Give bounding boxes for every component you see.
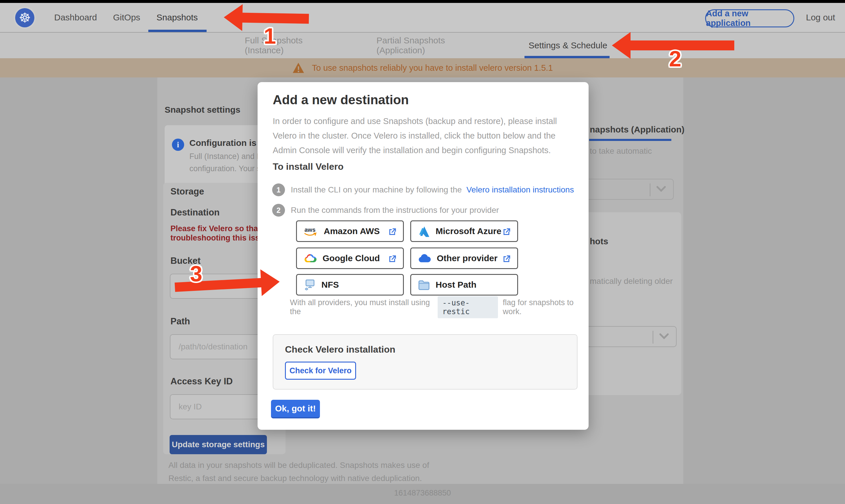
restic-note-text: flag for snapshots to work.	[503, 298, 588, 316]
provider-label: Amazon AWS	[324, 226, 380, 236]
azure-icon	[418, 226, 430, 237]
info-icon: i	[172, 139, 184, 151]
annotation-label-2: 2	[669, 46, 681, 71]
modal-title: Add a new destination	[273, 93, 409, 107]
external-link-icon	[501, 227, 511, 237]
modal-intro: Admin Console will verify the installati…	[273, 146, 551, 155]
provider-button-azure[interactable]: Microsoft Azure	[410, 220, 518, 242]
chevron-down-icon	[656, 186, 666, 192]
svg-text:aws: aws	[304, 227, 316, 233]
external-link-icon	[387, 227, 397, 237]
chevron-down-icon	[659, 333, 669, 340]
modal-intro: In order to configure and use Snapshots …	[273, 116, 557, 126]
check-for-velero-button[interactable]: Check for Velero	[285, 362, 356, 380]
provider-button-google-cloud[interactable]: Google Cloud	[296, 248, 404, 269]
path-label: Path	[171, 316, 190, 327]
info-card-title: Configuration is sh	[189, 138, 269, 148]
step-1-text: Install the CLI on your machine by follo…	[291, 185, 462, 195]
folder-icon	[418, 279, 430, 291]
active-nav-underline	[148, 30, 207, 32]
install-velero-heading: To install Velero	[273, 161, 344, 172]
check-velero-heading: Check Velero installation	[285, 344, 395, 355]
logout-button[interactable]: Log out	[806, 3, 835, 32]
snapshot-settings-title: Snapshot settings	[165, 105, 241, 115]
nav-item-snapshots[interactable]: Snapshots	[157, 3, 198, 32]
browser-black-strip	[0, 0, 845, 3]
velero-warning-banner: To use snapshots reliably you have to in…	[0, 58, 845, 77]
use-restic-flag-chip: --use-restic	[438, 296, 498, 318]
step-2-badge: 2	[272, 204, 285, 217]
add-destination-modal: Add a new destination In order to config…	[258, 82, 588, 430]
velero-error-text: Please fix Velero so that th	[171, 224, 270, 233]
google-cloud-icon	[303, 253, 317, 264]
modal-intro: Velero in the cluster. Once Velero is in…	[273, 131, 556, 141]
warning-icon	[292, 62, 304, 74]
provider-button-nfs[interactable]: NFS	[296, 274, 404, 295]
provider-button-other[interactable]: Other provider	[410, 248, 518, 269]
restic-note-text: With all providers, you must install usi…	[290, 298, 433, 316]
schedule-frequency-select[interactable]	[577, 179, 674, 200]
install-step-2: 2 Run the commands from the instructions…	[272, 204, 499, 217]
nav-item-dashboard[interactable]: Dashboard	[54, 3, 97, 32]
timestamp: 1614873688850	[394, 489, 451, 498]
provider-button-aws[interactable]: aws Amazon AWS	[296, 220, 404, 242]
access-key-id-label: Access Key ID	[171, 376, 233, 387]
update-storage-settings-button[interactable]: Update storage settings	[170, 435, 267, 454]
annotation-label-3: 3	[190, 261, 202, 286]
top-navbar: ☸ Dashboard GitOps Snapshots Add a new a…	[0, 3, 845, 33]
partial-snapshots-tab-fragment[interactable]: napshots (Application)	[590, 125, 684, 134]
app-root: ☸ Dashboard GitOps Snapshots Add a new a…	[0, 0, 845, 504]
aws-icon: aws	[303, 226, 318, 236]
external-link-icon	[501, 254, 511, 264]
nav-item-gitops[interactable]: GitOps	[113, 3, 140, 32]
retention-select[interactable]	[577, 326, 676, 347]
warning-text: To use snapshots reliably you have to in…	[312, 63, 553, 73]
tab-partial-snapshots[interactable]: Partial Snapshots (Application)	[376, 33, 494, 58]
provider-label: Google Cloud	[322, 253, 380, 263]
ok-got-it-button[interactable]: Ok, got it!	[271, 400, 320, 418]
tab-full-snapshots[interactable]: Full Snapshots (Instance)	[245, 33, 341, 58]
nfs-icon	[303, 278, 316, 291]
velero-instructions-link[interactable]: Velero installation instructions	[466, 185, 574, 195]
retention-heading-fragment: hots	[590, 236, 608, 246]
step-1-badge: 1	[272, 183, 285, 196]
storage-heading: Storage	[171, 186, 204, 197]
retention-hint-fragment: matically deleting older	[590, 276, 673, 286]
restic-note: With all providers, you must install usi…	[290, 300, 588, 314]
kubernetes-logo-icon: ☸	[15, 8, 34, 28]
provider-button-host-path[interactable]: Host Path	[410, 274, 518, 295]
destination-heading: Destination	[171, 207, 220, 218]
dedup-footnote: Restic, a fast and secure backup technol…	[169, 474, 422, 483]
install-step-1: 1 Install the CLI on your machine by fol…	[272, 183, 574, 196]
provider-label: Host Path	[436, 280, 476, 290]
step-2-text: Run the commands from the instructions f…	[291, 205, 499, 215]
provider-label: Microsoft Azure	[436, 226, 501, 236]
right-tab-underline	[589, 139, 671, 141]
annotation-label-1: 1	[264, 23, 276, 49]
provider-label: Other provider	[437, 253, 497, 263]
tab-settings-schedule[interactable]: Settings & Schedule	[526, 33, 610, 58]
add-new-application-button[interactable]: Add a new application	[705, 9, 794, 28]
cloud-icon	[418, 253, 432, 264]
dedup-footnote: All data in your snapshots will be dedup…	[169, 461, 429, 470]
footer-bar: 1614873688850	[0, 484, 845, 504]
velero-error-text: troubleshooting this issue	[171, 234, 269, 242]
active-tab-underline	[525, 56, 610, 58]
check-velero-panel: Check Velero installation Check for Vele…	[273, 334, 578, 390]
external-link-icon	[387, 254, 397, 264]
schedule-hint-fragment: to take automatic	[590, 146, 652, 156]
provider-label: NFS	[321, 280, 339, 290]
